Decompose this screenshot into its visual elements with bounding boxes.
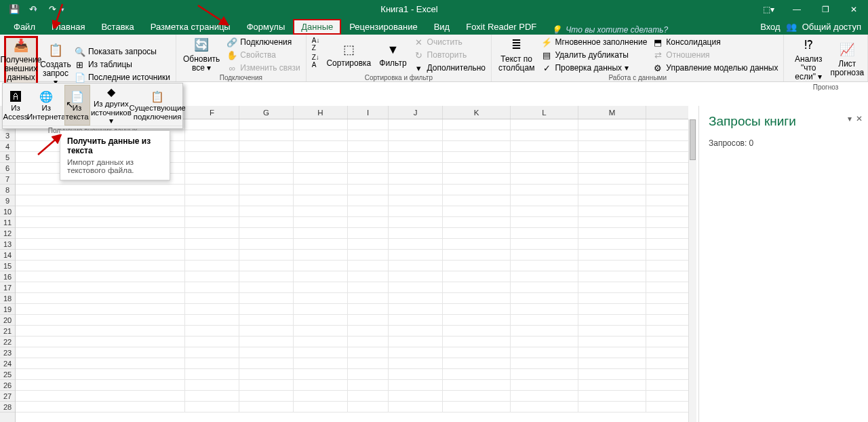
cell[interactable] [239, 119, 294, 130]
cell[interactable] [443, 337, 511, 347]
cell[interactable] [348, 293, 389, 303]
cell[interactable] [389, 337, 443, 347]
row-header[interactable]: 21 [0, 326, 15, 337]
cell[interactable] [294, 304, 348, 314]
cell[interactable] [294, 163, 348, 173]
cell[interactable] [578, 347, 646, 358]
cell[interactable] [578, 261, 646, 271]
cell[interactable] [239, 358, 294, 368]
row-header[interactable]: 13 [0, 239, 15, 250]
cell[interactable] [578, 315, 646, 325]
grid-row[interactable] [16, 261, 688, 271]
cell[interactable] [389, 282, 443, 292]
row-header[interactable]: 10 [0, 206, 15, 217]
cell[interactable] [348, 119, 389, 130]
cell[interactable] [239, 228, 294, 238]
cell[interactable] [348, 315, 389, 325]
cell[interactable] [239, 293, 294, 303]
cell[interactable] [443, 271, 511, 282]
cell[interactable] [239, 391, 294, 401]
cell[interactable] [239, 141, 294, 151]
cell[interactable] [239, 326, 294, 336]
cell[interactable] [348, 304, 389, 314]
cell[interactable] [511, 217, 578, 227]
cell[interactable] [294, 293, 348, 303]
cell[interactable] [511, 174, 578, 184]
cell[interactable] [511, 293, 578, 303]
cell[interactable] [578, 271, 646, 282]
cell[interactable] [443, 282, 511, 292]
cell[interactable] [185, 250, 239, 260]
cell[interactable] [16, 271, 185, 282]
cell[interactable] [16, 402, 185, 412]
grid-row[interactable] [16, 206, 688, 217]
cell[interactable] [294, 130, 348, 140]
grid-row[interactable] [16, 391, 688, 402]
show-queries-button[interactable]: 🔍Показать запросы [73, 45, 172, 58]
row-header[interactable]: 17 [0, 282, 15, 293]
qat-undo[interactable]: ↶▾ [26, 2, 41, 17]
cell[interactable] [239, 315, 294, 325]
cell[interactable] [185, 141, 239, 151]
cell[interactable] [511, 282, 578, 292]
cell[interactable] [16, 250, 185, 260]
row-header[interactable]: 19 [0, 304, 15, 315]
cell[interactable] [16, 326, 185, 336]
cell[interactable] [348, 261, 389, 271]
pane-close-button[interactable]: ✕ [856, 114, 863, 123]
from-access-button[interactable]: 🅰 Из Access [3, 85, 28, 126]
vertical-scrollbar[interactable] [688, 119, 696, 422]
cell[interactable] [511, 206, 578, 216]
cell[interactable] [389, 358, 443, 368]
sort-desc-button[interactable]: Z↓A [311, 53, 321, 69]
cell[interactable] [578, 369, 646, 379]
cell[interactable] [294, 358, 348, 368]
cell[interactable] [511, 130, 578, 140]
row-header[interactable]: 5 [0, 152, 15, 163]
col-header-m[interactable]: M [578, 106, 646, 119]
cell[interactable] [185, 152, 239, 162]
cell[interactable] [511, 250, 578, 260]
cell[interactable] [294, 250, 348, 260]
cell[interactable] [348, 130, 389, 140]
cell[interactable] [16, 358, 185, 368]
cell[interactable] [443, 261, 511, 271]
cell[interactable] [443, 347, 511, 358]
cell[interactable] [294, 391, 348, 401]
cell[interactable] [443, 228, 511, 238]
cell[interactable] [443, 152, 511, 162]
cell[interactable] [578, 380, 646, 390]
data-model-button[interactable]: ⚙Управление моделью данных [651, 62, 779, 74]
col-header-l[interactable]: L [511, 106, 578, 119]
grid-row[interactable] [16, 195, 688, 206]
cell[interactable] [511, 119, 578, 130]
cell[interactable] [16, 217, 185, 227]
cell[interactable] [578, 152, 646, 162]
cell[interactable] [294, 239, 348, 249]
cell[interactable] [185, 402, 239, 412]
cell[interactable] [443, 206, 511, 216]
row-header[interactable]: 25 [0, 369, 15, 380]
data-validation-button[interactable]: ✓Проверка данных ▾ [540, 62, 648, 74]
cell[interactable] [239, 369, 294, 379]
cell[interactable] [348, 185, 389, 195]
cell[interactable] [389, 195, 443, 206]
cell[interactable] [239, 250, 294, 260]
row-header[interactable]: 28 [0, 402, 15, 413]
cell[interactable] [578, 217, 646, 227]
cell[interactable] [294, 195, 348, 206]
cell[interactable] [443, 217, 511, 227]
cell[interactable] [239, 206, 294, 216]
cell[interactable] [511, 358, 578, 368]
row-header[interactable]: 12 [0, 228, 15, 239]
cell[interactable] [348, 282, 389, 292]
collapse-ribbon-button[interactable]: ⌃ [858, 70, 864, 79]
cell[interactable] [16, 206, 185, 216]
cell[interactable] [348, 195, 389, 206]
grid-row[interactable] [16, 380, 688, 391]
filter-button[interactable]: ▼ Фильтр [376, 36, 409, 74]
cell[interactable] [348, 163, 389, 173]
cell[interactable] [185, 185, 239, 195]
row-header[interactable]: 11 [0, 217, 15, 228]
cell[interactable] [16, 380, 185, 390]
